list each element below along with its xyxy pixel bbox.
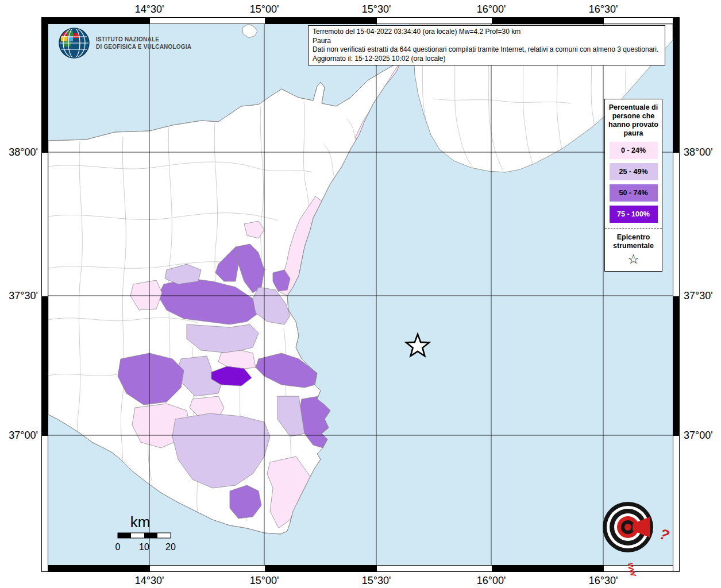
legend: Percentuale di persone che hanno provato… <box>604 99 662 272</box>
info-line-event: Terremoto del 15-04-2022 03:34:40 (ora l… <box>313 28 661 37</box>
target-icon: ? <box>603 502 672 552</box>
scale-unit-label: km <box>130 513 151 531</box>
legend-swatch-0-24: 0 - 24% <box>610 142 658 159</box>
info-box: Terremoto del 15-04-2022 03:34:40 (ora l… <box>308 25 665 65</box>
lon-label-bottom-4: 16°30' <box>589 575 618 587</box>
scale-tick-0: 0 <box>115 542 121 552</box>
scale-tick-20: 20 <box>165 542 176 552</box>
lon-label-top-0: 14°30' <box>135 3 164 16</box>
legend-epicenter-label: Epicentro strumentale <box>608 233 659 250</box>
lon-label-top-4: 16°30' <box>589 3 618 16</box>
info-line-source: Dati non verificati estratti da 644 ques… <box>313 45 661 55</box>
lat-label-left-1: 37°30' <box>9 290 38 302</box>
legend-separator <box>605 229 662 229</box>
lon-label-bottom-0: 14°30' <box>135 575 164 587</box>
info-line-effect: Paura <box>313 37 661 46</box>
watermark-logo: ? www.haisentitoilterremoto.it <box>579 478 677 576</box>
lat-label-right-2: 37°00' <box>684 430 713 442</box>
legend-title: Percentuale di persone che hanno provato… <box>608 103 659 138</box>
lon-label-bottom-1: 15°00' <box>250 575 279 587</box>
lat-label-left-0: 38°00' <box>9 146 38 158</box>
ingv-name-line-2: DI GEOFISICA E VULCANOLOGIA <box>96 43 191 51</box>
info-line-updated: Aggiornato il: 15-12-2025 10:02 (ora loc… <box>313 55 661 64</box>
scale-bar-segment <box>118 533 131 538</box>
scale-bar-segment <box>144 533 157 538</box>
scale-tick-10: 10 <box>139 542 149 552</box>
question-mark-icon: ? <box>657 525 671 544</box>
frame-border-left <box>41 17 48 572</box>
frame-border-top <box>41 17 680 24</box>
lon-label-top-1: 15°00' <box>250 3 279 16</box>
ingv-globe-icon <box>57 26 91 60</box>
lat-label-right-1: 37°30' <box>684 290 713 302</box>
legend-swatch-75-100: 75 - 100% <box>610 206 658 223</box>
legend-swatch-50-74: 50 - 74% <box>610 184 658 202</box>
epicenter-star-icon: ☆ <box>608 252 659 266</box>
lon-label-top-2: 15°30' <box>362 3 391 16</box>
map-frame: km 0 10 20 Terremoto del 15-04-2022 03:3… <box>41 17 680 572</box>
legend-swatch-25-49: 25 - 49% <box>610 163 658 180</box>
lat-label-left-2: 37°00' <box>9 430 38 442</box>
ingv-logo: ISTITUTO NAZIONALE DI GEOFISICA E VULCAN… <box>57 26 191 60</box>
lon-label-bottom-2: 15°30' <box>362 575 391 587</box>
ingv-wordmark: ISTITUTO NAZIONALE DI GEOFISICA E VULCAN… <box>96 36 191 51</box>
ingv-name-line-1: ISTITUTO NAZIONALE <box>96 36 191 43</box>
watermark-www: www. <box>626 562 643 576</box>
lon-label-bottom-3: 16°00' <box>477 575 506 587</box>
lon-label-top-3: 16°00' <box>477 3 506 16</box>
lat-label-right-0: 38°00' <box>684 146 713 158</box>
